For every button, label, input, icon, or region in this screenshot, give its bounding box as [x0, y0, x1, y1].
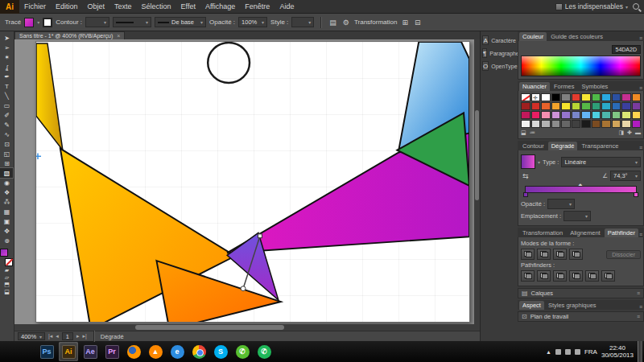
show-desktop-button[interactable]	[638, 341, 642, 362]
pathfinder-tab-transformation[interactable]: Transformation	[519, 228, 566, 237]
symbol-sprayer-tool[interactable]: ⁂	[0, 197, 13, 207]
swatch[interactable]	[601, 102, 611, 110]
swatch-kinds-icon[interactable]: ≔	[530, 130, 535, 136]
taskbar-phone[interactable]: ✆	[254, 342, 274, 361]
artboard-number-field[interactable]: 1	[62, 332, 73, 340]
swatch[interactable]	[592, 93, 601, 101]
swatch[interactable]	[632, 102, 642, 110]
swatch[interactable]	[581, 111, 591, 119]
collapsed-panel-opentype[interactable]: OOpenType	[481, 60, 518, 72]
pencil-tool[interactable]: ✎	[0, 120, 13, 130]
swatch[interactable]	[581, 102, 591, 110]
taskbar-premiere[interactable]: Pr	[102, 342, 122, 361]
delete-swatch-icon[interactable]: ▬	[635, 130, 641, 136]
swatch[interactable]	[612, 102, 621, 110]
type-tool[interactable]: T	[0, 81, 13, 91]
swatch[interactable]	[541, 111, 551, 119]
first-artboard-icon[interactable]: |◂	[48, 333, 52, 339]
swatch[interactable]	[572, 111, 581, 119]
swatch[interactable]	[531, 111, 541, 119]
menu-selection[interactable]: Sélection	[137, 0, 176, 14]
fill-color-swatch[interactable]	[24, 18, 34, 27]
prev-artboard-icon[interactable]: ◂	[56, 333, 59, 339]
color-tab-guide-des-couleurs[interactable]: Guide des couleurs	[547, 32, 606, 41]
search-icon[interactable]	[633, 3, 639, 10]
shape-mode-unite-button[interactable]	[521, 249, 535, 260]
taskbar-firefox[interactable]	[124, 342, 143, 361]
swatch[interactable]	[581, 120, 591, 128]
panel-menu-icon[interactable]: ≡	[639, 304, 642, 310]
artboard-tool[interactable]: ▣	[0, 216, 13, 226]
swatch[interactable]	[521, 93, 530, 101]
mesh-tool[interactable]: ⊞	[0, 158, 13, 168]
swatch-libraries-icon[interactable]: ⬓	[521, 130, 526, 136]
action-center-icon[interactable]	[575, 349, 580, 355]
graph-tool[interactable]: ▦	[0, 207, 13, 216]
swatches-tab-nuancier[interactable]: Nuancier	[519, 82, 550, 91]
horizontal-scroll-thumb[interactable]	[135, 325, 284, 330]
workspace-switcher[interactable]: Les indispensables ▾	[555, 2, 628, 10]
artboards-panel-bar[interactable]: ⊡ Plan de travail ≡	[518, 311, 644, 322]
swatch[interactable]	[601, 93, 611, 101]
color-mode-button[interactable]: ▰	[5, 266, 9, 274]
swatch[interactable]	[561, 102, 571, 110]
selection-tool[interactable]: ➤	[0, 33, 13, 43]
gold-sliver[interactable]	[36, 43, 63, 150]
gradient-type-select[interactable]: Linéaire▾	[561, 157, 641, 167]
appearance-tab-aspect[interactable]: Aspect	[519, 301, 544, 310]
paintbrush-tool[interactable]: ✐	[0, 110, 13, 120]
document-tab[interactable]: Sans titre - 1* @ 400% (RVB/Aperçu) ×	[14, 31, 125, 39]
pen-tool[interactable]: ✒	[0, 72, 13, 81]
shape-mode-intersect-button[interactable]	[553, 249, 567, 260]
swatch[interactable]	[632, 93, 642, 101]
swatch[interactable]	[551, 93, 561, 101]
swatch[interactable]	[551, 120, 561, 128]
circle-outline-shape[interactable]	[208, 43, 250, 83]
taskbar-internet-explorer[interactable]: e	[167, 342, 187, 361]
close-icon[interactable]: ×	[117, 33, 120, 39]
swatch[interactable]	[561, 120, 571, 128]
swatch[interactable]	[621, 93, 631, 101]
collapsed-panel-paragraphe[interactable]: ¶Paragraphe	[481, 47, 518, 59]
gradient-annotator-origin[interactable]	[241, 286, 246, 291]
swatches-tab-formes[interactable]: Formes	[551, 82, 577, 91]
hex-value-field[interactable]: 54DA2D	[612, 45, 641, 54]
draw-mode-button[interactable]: ⬒	[4, 281, 10, 288]
panel-menu-icon[interactable]: ≡	[639, 232, 642, 237]
lasso-tool[interactable]: ʆ	[0, 62, 13, 72]
swatch[interactable]	[632, 111, 642, 119]
swatch[interactable]	[561, 111, 571, 119]
swatch[interactable]	[551, 111, 561, 119]
taskbar-whatsapp[interactable]: ✆	[233, 342, 252, 361]
pathfinder-merge-button[interactable]	[553, 270, 567, 282]
gradient-annotator-end[interactable]	[258, 234, 262, 238]
network-icon[interactable]	[555, 349, 561, 355]
next-artboard-icon[interactable]: ▸	[76, 333, 80, 339]
width-profile-select[interactable]: ▾	[113, 17, 151, 27]
width-tool[interactable]: ∿	[0, 130, 13, 139]
shape-mode-exclude-button[interactable]	[569, 249, 583, 260]
swatch[interactable]	[531, 102, 541, 110]
swatch[interactable]	[531, 120, 541, 128]
swatch[interactable]	[612, 120, 621, 128]
swatch[interactable]	[612, 93, 621, 101]
preferences-icon[interactable]: ⚙	[341, 19, 351, 27]
last-artboard-icon[interactable]: ▸|	[83, 333, 87, 339]
swatch[interactable]	[632, 120, 642, 128]
pathfinder-outline-button[interactable]	[585, 270, 599, 282]
screen-mode-button[interactable]: ⬓	[4, 288, 10, 295]
menu-fichier[interactable]: Fichier	[19, 0, 51, 14]
gradient-tab-degrade[interactable]: Dégradé	[548, 142, 578, 150]
gradient-stop-end[interactable]	[634, 192, 638, 197]
swatch[interactable]	[592, 111, 601, 119]
clock[interactable]: 22:40 30/05/2013	[601, 344, 634, 359]
shape-mode-minus-front-button[interactable]	[537, 249, 551, 260]
swatch[interactable]	[621, 120, 631, 128]
hand-tool[interactable]: ✥	[0, 226, 13, 236]
swatch[interactable]	[541, 120, 551, 128]
stroke-color-swatch[interactable]	[43, 18, 52, 27]
gradient-presets-icon[interactable]: ▾	[538, 159, 540, 165]
stop-location-select[interactable]: ▾	[564, 211, 591, 221]
menu-texte[interactable]: Texte	[109, 0, 137, 14]
magic-wand-tool[interactable]: ✶	[0, 52, 13, 62]
